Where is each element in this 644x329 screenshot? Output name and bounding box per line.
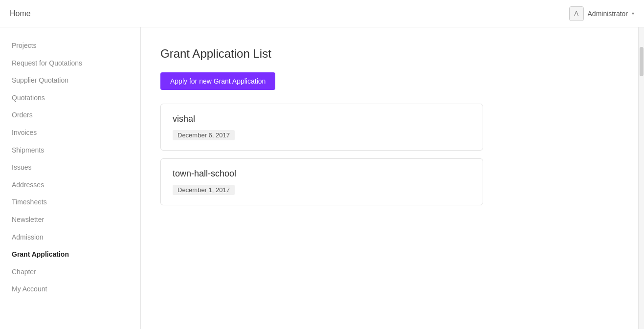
sidebar-item-supplier-quotation[interactable]: Supplier Quotation [0, 72, 140, 89]
sidebar-item-quotations[interactable]: Quotations [0, 89, 140, 107]
main-content: Grant Application List Apply for new Gra… [141, 27, 638, 329]
sidebar-item-my-account[interactable]: My Account [0, 281, 140, 298]
apply-grant-button[interactable]: Apply for new Grant Application [160, 72, 275, 90]
user-avatar: A [569, 6, 584, 21]
grant-date-vishal: December 6, 2017 [173, 130, 235, 140]
home-title: Home [10, 9, 31, 18]
sidebar-item-shipments[interactable]: Shipments [0, 142, 140, 159]
grant-name-vishal: vishal [173, 114, 471, 124]
sidebar-item-newsletter[interactable]: Newsletter [0, 211, 140, 229]
grant-name-town-hall-school: town-hall-school [173, 169, 471, 179]
sidebar-item-addresses[interactable]: Addresses [0, 176, 140, 194]
sidebar: Projects Request for Quotations Supplier… [0, 27, 141, 329]
scrollbar-thumb[interactable] [640, 47, 644, 76]
user-name-label: Administrator [588, 10, 628, 18]
user-dropdown-arrow: ▾ [632, 11, 634, 16]
main-layout: Projects Request for Quotations Supplier… [0, 27, 644, 329]
user-menu[interactable]: A Administrator ▾ [569, 6, 634, 21]
sidebar-item-grant-application[interactable]: Grant Application [0, 246, 140, 263]
grant-card-town-hall-school[interactable]: town-hall-school December 1, 2017 [160, 158, 483, 205]
sidebar-item-chapter[interactable]: Chapter [0, 263, 140, 281]
sidebar-item-issues[interactable]: Issues [0, 159, 140, 176]
grant-date-town-hall-school: December 1, 2017 [173, 185, 235, 195]
header: Home A Administrator ▾ [0, 0, 644, 27]
grant-card-vishal[interactable]: vishal December 6, 2017 [160, 104, 483, 151]
scrollbar-track[interactable] [638, 27, 644, 329]
sidebar-item-admission[interactable]: Admission [0, 229, 140, 246]
page-title: Grant Application List [160, 47, 619, 61]
sidebar-item-orders[interactable]: Orders [0, 107, 140, 124]
sidebar-item-invoices[interactable]: Invoices [0, 124, 140, 142]
sidebar-item-projects[interactable]: Projects [0, 37, 140, 55]
sidebar-item-timesheets[interactable]: Timesheets [0, 194, 140, 211]
sidebar-item-request-for-quotations[interactable]: Request for Quotations [0, 55, 140, 72]
